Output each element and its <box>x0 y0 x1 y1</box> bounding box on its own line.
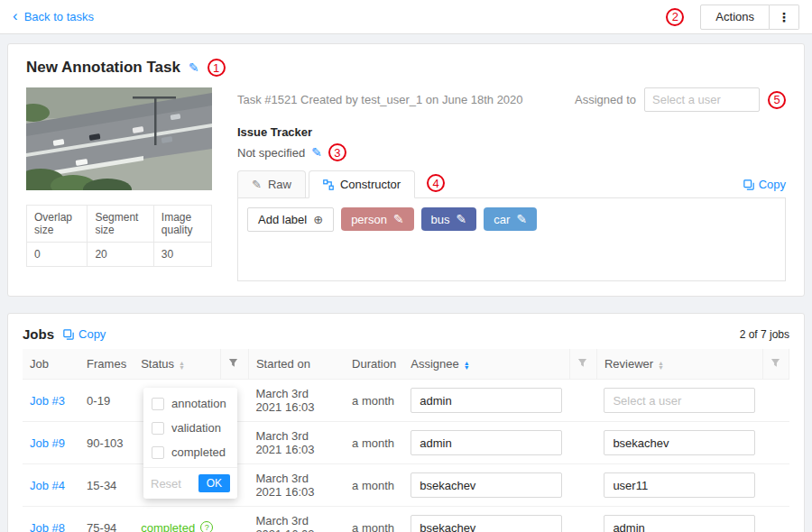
job-link[interactable]: Job #9 <box>30 436 65 450</box>
filter-funnel-icon <box>770 358 780 368</box>
actions-button-group: Actions ⋮ <box>700 5 799 30</box>
frames-value: 0-19 <box>87 394 110 408</box>
spacer-cell <box>762 380 789 422</box>
filter-option-label: completed <box>171 445 226 459</box>
frames-value: 15-34 <box>87 479 116 492</box>
column-reviewer: Reviewer▲▼ <box>596 349 762 380</box>
issue-tracker-value: Not specified <box>237 146 305 160</box>
reviewer-sort-control[interactable]: ▲▼ <box>658 361 664 370</box>
column-job: Job <box>23 349 79 380</box>
assignee-input[interactable] <box>411 430 562 455</box>
page-title: New Annotation Task <box>26 59 180 77</box>
job-row: Job #3 0-19 March 3rd 2021 16:03 a month <box>23 380 789 422</box>
issue-tracker-title: Issue Tracker <box>237 125 786 139</box>
param-header: Segment size <box>88 206 153 243</box>
callout-1: 1 <box>208 59 226 77</box>
filter-option-validation[interactable]: validation <box>143 416 237 440</box>
assignee-input[interactable] <box>411 515 562 532</box>
label-chip-text: car <box>494 213 510 226</box>
started-on-value: March 3rd 2021 16:03 <box>255 387 314 414</box>
spacer-cell <box>569 422 596 464</box>
spacer-cell <box>569 464 596 507</box>
duration-value: a month <box>352 436 394 450</box>
assigned-to-label: Assigned to <box>575 93 636 106</box>
sort-down-icon: ▼ <box>179 365 185 370</box>
filter-reset-button[interactable]: Reset <box>151 477 181 491</box>
column-status: Status▲▼ <box>134 349 220 380</box>
jobs-count: 2 of 7 jobs <box>740 328 789 341</box>
constructor-icon <box>323 179 334 190</box>
callout-5: 5 <box>768 91 786 109</box>
copy-labels-link[interactable]: Copy <box>743 178 786 191</box>
tab-raw[interactable]: ✎ Raw <box>237 170 306 197</box>
assignee-input[interactable] <box>411 472 562 498</box>
job-link[interactable]: Job #8 <box>30 521 65 532</box>
filter-ok-button[interactable]: OK <box>198 474 230 492</box>
frames-value: 75-94 <box>87 521 116 532</box>
add-label-button[interactable]: Add label ⊕ <box>247 207 334 232</box>
edit-title-icon[interactable]: ✎ <box>189 60 199 75</box>
spacer-cell <box>762 464 789 507</box>
checkbox-icon[interactable] <box>152 422 164 435</box>
spacer-cell <box>569 507 596 532</box>
actions-button[interactable]: Actions <box>700 5 770 30</box>
task-assignee-input[interactable] <box>644 87 760 112</box>
label-chip-car[interactable]: car ✎ <box>484 207 537 231</box>
labels-tabs: ✎ Raw Constructor 4 <box>237 170 786 198</box>
column-duration: Duration <box>345 349 403 380</box>
param-value: 30 <box>153 243 211 267</box>
task-preview-image <box>26 87 212 190</box>
assignee-input[interactable] <box>411 388 562 413</box>
back-chevron-icon: ‹ <box>13 8 18 23</box>
copy-labels-label: Copy <box>759 178 786 191</box>
label-chip-text: bus <box>431 213 450 226</box>
question-circle-icon[interactable]: ? <box>200 521 213 532</box>
back-to-tasks-link[interactable]: ‹ Back to tasks <box>13 10 94 23</box>
tab-constructor[interactable]: Constructor <box>309 170 415 198</box>
jobs-section-title: Jobs <box>23 326 54 342</box>
edit-label-icon[interactable]: ✎ <box>393 212 404 226</box>
column-started-on: Started on <box>248 349 345 380</box>
status-filter-button[interactable] <box>220 349 248 380</box>
task-parameters-table: Overlap size Segment size Image quality … <box>26 205 212 267</box>
reviewer-input[interactable] <box>604 388 755 413</box>
filter-option-label: validation <box>171 421 221 435</box>
status-filter-dropdown: annotation validation completed Reset OK <box>143 388 237 499</box>
started-on-value: March 3rd 2021 16:03 <box>255 472 314 499</box>
assignee-sort-control[interactable]: ▲▼ <box>464 361 470 370</box>
reviewer-input[interactable] <box>604 472 755 498</box>
param-value: 0 <box>27 243 88 267</box>
callout-3: 3 <box>328 143 346 161</box>
edit-label-icon[interactable]: ✎ <box>457 212 467 226</box>
duration-value: a month <box>352 479 394 492</box>
status-sort-control[interactable]: ▲▼ <box>179 361 185 370</box>
job-link[interactable]: Job #4 <box>30 479 65 492</box>
copy-jobs-label: Copy <box>78 327 106 341</box>
filter-option-annotation[interactable]: annotation <box>143 391 237 416</box>
job-row: Job #8 75-94 completed ? March 3rd 2021 … <box>23 507 789 532</box>
reviewer-input[interactable] <box>604 430 755 455</box>
label-chip-bus[interactable]: bus ✎ <box>421 207 477 231</box>
started-on-value: March 3rd 2021 16:03 <box>255 429 314 456</box>
callout-4: 4 <box>427 174 445 192</box>
filter-option-completed[interactable]: completed <box>143 440 237 464</box>
task-meta-text: Task #1521 Created by test_user_1 on Jun… <box>237 93 523 106</box>
checkbox-icon[interactable] <box>152 446 164 459</box>
more-menu-button[interactable]: ⋮ <box>770 5 799 30</box>
column-assignee: Assignee▲▼ <box>403 349 569 380</box>
copy-icon <box>63 329 74 340</box>
traffic-photo-thumbnail <box>26 87 212 190</box>
reviewer-input[interactable] <box>604 515 755 532</box>
assignee-filter-button[interactable] <box>569 349 596 380</box>
back-link-label: Back to tasks <box>24 10 94 23</box>
copy-jobs-link[interactable]: Copy <box>63 327 106 341</box>
job-link[interactable]: Job #3 <box>30 394 65 408</box>
checkbox-icon[interactable] <box>152 398 164 410</box>
column-frames: Frames <box>79 349 134 380</box>
page-content: New Annotation Task ✎ 1 <box>0 34 812 532</box>
edit-issue-tracker-icon[interactable]: ✎ <box>311 145 322 160</box>
spacer-cell <box>762 422 789 464</box>
reviewer-filter-button[interactable] <box>762 349 789 380</box>
edit-label-icon[interactable]: ✎ <box>516 212 527 226</box>
label-chip-person[interactable]: person ✎ <box>341 207 413 231</box>
